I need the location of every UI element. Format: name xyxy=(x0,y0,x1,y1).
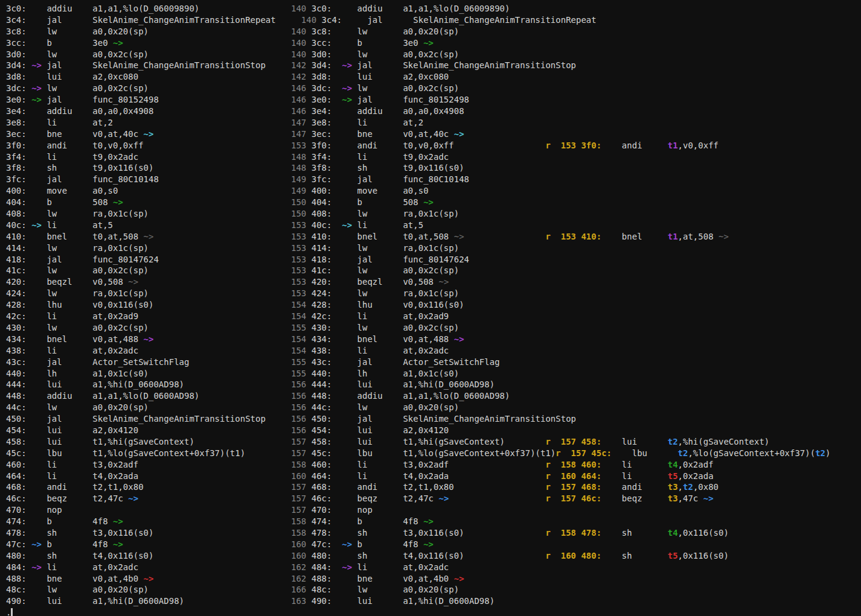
current-operands: a0,0x20(sp) xyxy=(403,402,459,412)
current-mnemonic: move xyxy=(357,186,378,195)
asm-diff-row: 3ec:bnev0,at,40c ~>1473ec:bnev0,at,40c ~… xyxy=(6,129,861,140)
target-address: 434: xyxy=(6,334,27,344)
source-line-number: 147 xyxy=(291,118,306,127)
current-address: 3f4: xyxy=(312,151,332,163)
current-mnemonic: andi xyxy=(357,482,378,492)
prev-operands-y: t3 xyxy=(668,494,678,503)
current-mnemonic: beqz xyxy=(357,494,378,503)
current-address: 424: xyxy=(312,288,332,299)
current-address: 3cc: xyxy=(312,37,332,49)
target-mnemonic: b xyxy=(46,516,51,526)
current-mnemonic: b xyxy=(357,539,362,549)
source-line-number: 166 xyxy=(291,585,306,594)
asm-diff-row: 48c:lwa0,0x20(sp)16648c:lwa0,0x20(sp) xyxy=(6,584,861,595)
target-mnemonic: sh xyxy=(46,551,57,560)
target-address: 47c: xyxy=(6,539,27,549)
asm-diff-row: 458:luit1,%hi(gSaveContext)157458:luit1,… xyxy=(6,436,861,448)
target-mnemonic: bne xyxy=(46,573,62,585)
source-line-number: 155 xyxy=(291,368,306,379)
target-address: 484: xyxy=(6,562,27,573)
prev-mnemonic: beqz xyxy=(622,494,642,503)
current-operands: t3,0x116(s0) xyxy=(403,527,464,539)
asm-diff-row: 40c:~>liat,515340c:~>liat,5 xyxy=(6,220,861,231)
target-mnemonic: lui xyxy=(46,379,62,390)
current-address: 418: xyxy=(312,254,332,265)
current-operands: t9,0x2adc xyxy=(403,151,449,163)
current-operands: t4,0x116(s0) xyxy=(403,550,464,562)
target-mnemonic: b xyxy=(46,197,51,208)
prev-operands-blu: t2 xyxy=(815,448,825,458)
current-mnemonic: li xyxy=(357,152,368,162)
asm-diff-row: 468:andit2,t1,0x80157468:andit2,t1,0x80r… xyxy=(6,481,861,493)
source-line-number: 140 xyxy=(301,14,316,26)
current-operands: at,0x2adc xyxy=(403,562,449,572)
target-operands: a2,0xc080 xyxy=(92,72,138,81)
target-address: 454: xyxy=(6,425,27,435)
target-operands: Actor_SetSwitchFlag xyxy=(92,357,189,368)
target-address: 474: xyxy=(6,516,27,527)
current-address: 40c: xyxy=(312,220,332,231)
current-mnemonic: lw xyxy=(357,288,368,298)
prev-mnemonic: andi xyxy=(622,140,642,151)
current-address: 458: xyxy=(312,437,332,446)
current-operands: SkelAnime_ChangeAnimTransitionStop xyxy=(403,60,576,71)
target-operands-grn: ~> xyxy=(113,197,123,207)
current-mnemonic: addiu xyxy=(357,106,383,117)
current-operands: at,5 xyxy=(403,220,423,231)
prev-operands-y: t3 xyxy=(668,482,678,492)
target-address: 3d4: xyxy=(6,60,27,70)
source-line-number: 140 xyxy=(291,26,306,37)
target-address: 404: xyxy=(6,197,27,208)
target-mnemonic: jal xyxy=(46,357,62,367)
target-mnemonic: addiu xyxy=(46,4,72,13)
source-line-number: 140 xyxy=(291,4,306,13)
target-operands: t2,t1,0x80 xyxy=(92,481,143,493)
target-address: 3e4: xyxy=(6,106,27,116)
prev-mnemonic: sh xyxy=(622,527,632,539)
current-address: 3f0: xyxy=(312,140,332,151)
target-mnemonic: li xyxy=(46,471,57,482)
current-operands: ra,0x1c(sp) xyxy=(403,288,459,298)
current-mnemonic: andi xyxy=(357,481,378,493)
source-line-number: 153 xyxy=(291,288,306,298)
target-operands: t3,0x2adf xyxy=(92,459,138,471)
source-line-number: 156 xyxy=(291,425,306,436)
current-operands: v0,508 ~> xyxy=(403,276,449,288)
asm-diff-row: 3d8:luia2,0xc0801423d8:luia2,0xc080 xyxy=(6,71,861,83)
source-line-number: 158 xyxy=(291,528,306,538)
source-line-number: 160 xyxy=(291,471,306,481)
source-line-number: 149 xyxy=(291,185,306,197)
prev-address-y: 458: xyxy=(581,437,601,446)
target-mnemonic: lui xyxy=(46,425,62,435)
target-mnemonic: lui xyxy=(46,72,62,81)
source-line-number: 157 xyxy=(291,436,306,448)
current-operands: 4f8 ~> xyxy=(403,516,434,527)
asm-diff-row: 408:lwra,0x1c(sp)150408:lwra,0x1c(sp) xyxy=(6,208,861,220)
prev-address-y: 478: xyxy=(581,528,601,538)
current-mnemonic: b xyxy=(357,516,362,527)
target-address: 3d0: xyxy=(6,49,27,60)
target-address: 424: xyxy=(6,288,27,298)
target-operands-cyn: ~> xyxy=(144,129,154,139)
terminal-output[interactable]: 3c0:addiua1,a1,%lo(D_06009890)1403c0:add… xyxy=(0,0,861,616)
target-address: 478: xyxy=(6,527,27,539)
current-mnemonic: bnel xyxy=(357,334,378,345)
current-operands: at,2 xyxy=(403,117,423,129)
current-operands: a2,0xc080 xyxy=(403,72,449,81)
source-line-number: 154 xyxy=(291,334,306,345)
branch-target-arrow-grn: ~> xyxy=(31,95,42,104)
target-mnemonic: jal xyxy=(46,15,62,25)
target-address: 464: xyxy=(6,471,27,481)
current-address: 47c: xyxy=(312,539,332,549)
current-address: 42c: xyxy=(312,311,332,321)
target-mnemonic: li xyxy=(46,151,57,163)
prev-mnemonic: lui xyxy=(622,436,637,448)
current-operands: SkelAnime_ChangeAnimTransitionStop xyxy=(403,413,576,425)
target-operands: SkelAnime_ChangeAnimTransitionStop xyxy=(92,413,266,425)
current-address: 434: xyxy=(312,334,332,345)
current-operands: 4f8 xyxy=(403,516,423,526)
prev-line-number: 158 xyxy=(561,459,576,471)
current-mnemonic: jal xyxy=(357,357,373,368)
prev-line-number-y: 160 xyxy=(561,551,576,560)
target-address: 47c: xyxy=(6,539,27,550)
